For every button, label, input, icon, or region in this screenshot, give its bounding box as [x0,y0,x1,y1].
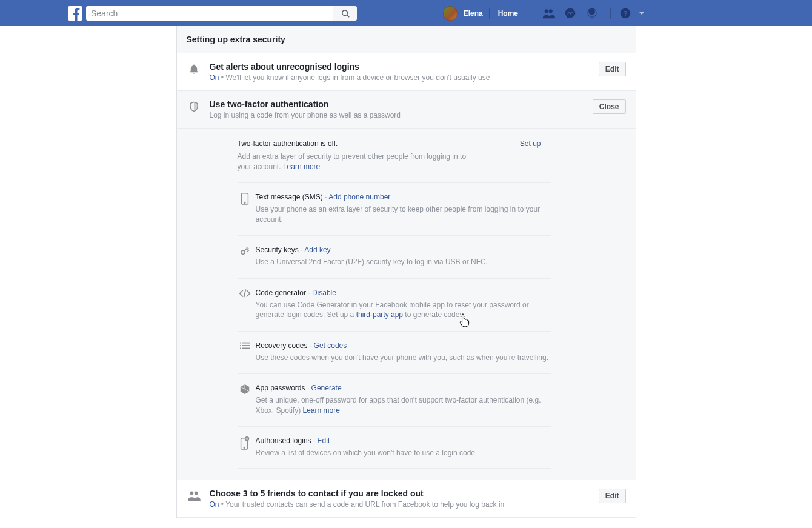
recovery-get-codes-link[interactable]: Get codes [314,341,347,350]
alerts-card: Get alerts about unrecognised logins On … [177,53,636,91]
recovery-title: Recovery codes [256,341,308,350]
apppw-generate-link[interactable]: Generate [311,384,342,392]
sms-desc: Use your phone as an extra layer of secu… [256,204,551,224]
apppw-title: App passwords [256,384,305,392]
search-input[interactable] [86,6,333,21]
svg-point-19 [245,437,248,441]
recovery-desc: Use these codes when you don't have your… [256,353,551,363]
tfa-sub: Log in using a code from your phone as w… [210,111,401,119]
device-badge-icon [238,436,252,458]
topbar-right: Elena Home ? [443,0,812,26]
trusted-edit-button[interactable]: Edit [599,489,626,503]
codegen-desc: You can use Code Generator in your Faceb… [256,300,551,320]
svg-point-9 [245,247,248,250]
divider [610,8,611,19]
search-bar [86,6,357,21]
help-icon[interactable]: ? [618,6,633,21]
svg-point-7 [244,202,245,204]
shield-icon [187,101,201,113]
svg-point-18 [244,447,245,449]
tfa-status-desc: Add an extra layer of security to preven… [238,152,468,172]
list-icon [238,341,252,363]
svg-rect-14 [242,345,249,346]
svg-line-1 [347,15,349,17]
tfa-status-line: Two-factor authentication is off. [238,139,520,148]
auth-title: Authorised logins [256,436,311,445]
alerts-edit-button[interactable]: Edit [599,62,626,76]
search-button[interactable] [333,6,357,21]
svg-point-20 [190,492,193,495]
svg-rect-16 [242,347,249,349]
keys-desc: Use a Universal 2nd Factor (U2F) securit… [256,257,551,267]
friend-requests-icon[interactable] [541,6,556,21]
auth-desc: Review a list of devices on which you wo… [256,448,551,458]
method-authorised-logins: Authorised logins · Edit Review a list o… [238,426,551,469]
code-icon [238,289,252,320]
method-sms: Text message (SMS) · Add phone number Us… [238,182,551,224]
tfa-setup-link[interactable]: Set up [520,139,626,172]
method-recovery-codes: Recovery codes · Get codes Use these cod… [238,331,551,363]
alerts-desc: We'll let you know if anyone logs in fro… [225,73,490,82]
section-header: Setting up extra security [177,26,636,53]
svg-point-2 [545,9,548,13]
method-security-keys: Security keys · Add key Use a Universal … [238,235,551,267]
method-app-passwords: App passwords · Generate Get a unique, o… [238,373,551,415]
messenger-icon[interactable] [563,6,577,21]
home-link[interactable]: Home [493,9,523,18]
svg-rect-11 [240,342,241,343]
divider [489,8,490,19]
svg-point-8 [241,250,245,254]
trusted-desc: Your trusted contacts can send a code an… [225,500,504,509]
svg-rect-13 [240,345,241,346]
apppw-desc: Get a unique, one-off password for apps … [256,395,551,415]
topbar: Elena Home ? [0,0,812,26]
third-party-app-link[interactable]: third-party app [356,310,403,319]
trusted-status: On [210,500,219,509]
account-menu-caret[interactable] [639,12,645,15]
codegen-disable-link[interactable]: Disable [312,289,336,297]
alerts-title: Get alerts about unrecognised logins [210,62,599,72]
svg-point-21 [194,492,198,495]
apppw-learn-more-link[interactable]: Learn more [303,406,340,415]
tfa-learn-more-link[interactable]: Learn more [283,162,320,171]
codegen-title: Code generator [256,289,306,297]
trusted-contacts-card: Choose 3 to 5 friends to contact if you … [177,480,636,518]
cube-icon [238,384,252,415]
svg-text:?: ? [623,9,627,17]
sms-title: Text message (SMS) [256,193,323,201]
facebook-logo[interactable] [68,6,82,21]
friends-icon [187,490,201,501]
trusted-title: Choose 3 to 5 friends to contact if you … [210,489,599,498]
search-icon [341,9,350,18]
bell-icon [187,63,201,75]
tfa-close-button[interactable]: Close [593,99,626,114]
svg-line-10 [244,290,245,297]
svg-point-3 [549,9,553,13]
tfa-title: Use two-factor authentication [210,99,593,109]
alerts-status: On [210,73,219,82]
tfa-card: Use two-factor authentication Log in usi… [177,91,636,480]
notifications-icon[interactable] [585,6,599,21]
avatar[interactable] [443,6,458,21]
svg-point-0 [342,10,347,15]
sms-add-phone-link[interactable]: Add phone number [328,193,390,201]
keys-add-link[interactable]: Add key [304,246,330,254]
keys-title: Security keys [256,246,299,254]
profile-link[interactable]: Elena [461,9,485,18]
svg-rect-12 [242,342,249,343]
key-icon [238,246,252,267]
phone-icon [238,193,252,224]
auth-edit-link[interactable]: Edit [318,436,330,445]
method-code-generator: Code generator · Disable You can use Cod… [238,278,551,320]
svg-rect-15 [240,347,241,349]
